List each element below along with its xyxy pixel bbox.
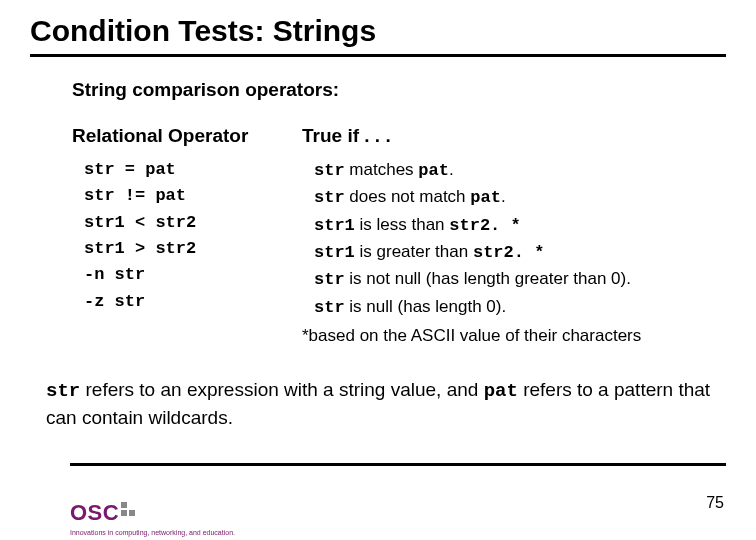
desc-code: str1	[314, 243, 355, 262]
desc-code: str1	[314, 216, 355, 235]
column-header-operator: Relational Operator	[72, 125, 302, 147]
column-header-trueif: True if . . .	[302, 125, 716, 147]
footnote: *based on the ASCII value of their chara…	[302, 323, 716, 349]
operator-row: str1 < str2	[72, 210, 302, 236]
description-row: str1 is less than str2. *	[302, 212, 716, 239]
description-row: str does not match pat.	[302, 184, 716, 211]
description-row: str matches pat.	[302, 157, 716, 184]
desc-text: is not null (has length greater than 0).	[345, 269, 631, 288]
logo-text: OSC	[70, 500, 119, 526]
description-row: str is null (has length 0).	[302, 294, 716, 321]
operator-row: -n str	[72, 262, 302, 288]
desc-code: pat	[470, 188, 501, 207]
desc-text: is greater than	[355, 242, 473, 261]
desc-code: str	[314, 188, 345, 207]
desc-code: str	[314, 161, 345, 180]
desc-text: is less than	[355, 215, 450, 234]
bottom-text: refers to an expression with a string va…	[80, 379, 483, 400]
slide-title: Condition Tests: Strings	[30, 14, 726, 54]
page-number: 75	[706, 494, 724, 512]
title-rule	[30, 54, 726, 57]
operator-row: str = pat	[72, 157, 302, 183]
operator-row: str != pat	[72, 183, 302, 209]
desc-code: str	[314, 270, 345, 289]
bottom-code: str	[46, 380, 80, 402]
osc-logo: OSC	[70, 500, 135, 526]
logo-tagline: Innovations in computing, networking, an…	[70, 529, 235, 536]
logo-squares-icon	[121, 502, 135, 516]
desc-text: .	[449, 160, 454, 179]
desc-code: pat	[418, 161, 449, 180]
bottom-paragraph: str refers to an expression with a strin…	[30, 377, 726, 430]
desc-text: matches	[345, 160, 419, 179]
desc-code: str	[314, 298, 345, 317]
desc-code: str2. *	[473, 243, 544, 262]
subtitle: String comparison operators:	[72, 79, 716, 101]
desc-text: .	[501, 187, 506, 206]
desc-code: str2. *	[449, 216, 520, 235]
content-area: String comparison operators: Relational …	[30, 79, 726, 349]
footer-rule	[70, 463, 726, 466]
desc-text: does not match	[345, 187, 471, 206]
operator-row: str1 > str2	[72, 236, 302, 262]
description-row: str1 is greater than str2. *	[302, 239, 716, 266]
bottom-code: pat	[484, 380, 518, 402]
description-row: str is not null (has length greater than…	[302, 266, 716, 293]
desc-text: is null (has length 0).	[345, 297, 507, 316]
operator-row: -z str	[72, 289, 302, 315]
